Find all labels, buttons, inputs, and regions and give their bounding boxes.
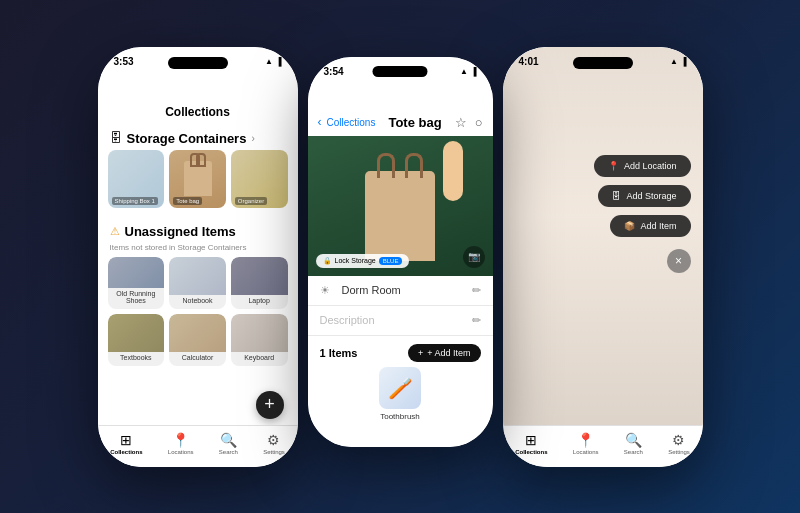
storage-card-label-1: Tote bag — [173, 197, 202, 205]
nav-search[interactable]: 🔍 Search — [219, 432, 238, 455]
nav-search-label: Search — [219, 449, 238, 455]
add-item-right-button[interactable]: 📦 Add Item — [610, 215, 690, 237]
nav-collections-right-icon: ⊞ — [525, 432, 537, 448]
add-storage-button[interactable]: 🗄 Add Storage — [598, 185, 690, 207]
add-location-label: Add Location — [624, 161, 677, 171]
storage-card-0[interactable]: Shipping Box 1 — [108, 150, 165, 208]
tote-image-area: 🔒 Lock Storage BLUE 📷 — [308, 136, 493, 276]
nav-search-right[interactable]: 🔍 Search — [624, 432, 643, 455]
item-card-keyboard[interactable]: Keyboard — [231, 314, 288, 366]
unassigned-section-header: ⚠ Unassigned Items — [98, 218, 298, 243]
item-label-shoes: Old Running Shoes — [108, 288, 165, 304]
unassigned-subtitle: Items not stored in Storage Containers — [98, 243, 298, 257]
nav-collections[interactable]: ⊞ Collections — [110, 432, 142, 455]
toothbrush-label: Toothbrush — [380, 412, 420, 421]
item-img-textbooks — [108, 314, 165, 352]
storage-card-1[interactable]: Tote bag — [169, 150, 226, 208]
storage-card-2[interactable]: Organizer — [231, 150, 288, 208]
room-edit-icon[interactable]: ✏ — [472, 284, 481, 297]
item-label-keyboard: Keyboard — [242, 352, 276, 361]
nav-locations-right-icon: 📍 — [577, 432, 594, 448]
fab-button[interactable]: + — [256, 391, 284, 419]
storage-cards-grid: Shipping Box 1 Tote bag Organizer — [98, 150, 298, 208]
add-item-right-icon: 📦 — [624, 221, 635, 231]
middle-phone: 3:54 ▲ ▐ ‹ Collections Tote bag ☆ ○ — [308, 57, 493, 447]
description-edit-icon[interactable]: ✏ — [472, 314, 481, 327]
nav-search-icon: 🔍 — [220, 432, 237, 448]
collections-header: Collections — [98, 75, 298, 125]
lock-badge-color: BLUE — [379, 257, 403, 265]
room-value: Dorm Room — [342, 284, 464, 296]
item-img-keyboard — [231, 314, 288, 352]
add-storage-label: Add Storage — [626, 191, 676, 201]
add-item-label: + Add Item — [427, 348, 470, 358]
dynamic-island-middle — [373, 66, 428, 77]
right-screen: 4:01 ▲ ▐ 📍 Add Location 🗄 Add Storage 📦 — [503, 47, 703, 467]
time-right: 4:01 — [519, 56, 539, 67]
item-card-laptop[interactable]: Laptop — [231, 257, 288, 309]
item-card-textbooks[interactable]: Textbooks — [108, 314, 165, 366]
description-placeholder: Description — [320, 314, 464, 326]
bottom-nav-left: ⊞ Collections 📍 Locations 🔍 Search ⚙ Set… — [98, 425, 298, 467]
status-icons-middle: ▲ ▐ — [460, 67, 477, 76]
left-phone: 3:53 ▲ ▐ Collections 🗄 Storage Container… — [98, 47, 298, 467]
toothbrush-item[interactable]: 🪥 Toothbrush — [308, 367, 493, 421]
right-actions-container: 📍 Add Location 🗄 Add Storage 📦 Add Item … — [503, 75, 703, 273]
right-phone: 4:01 ▲ ▐ 📍 Add Location 🗄 Add Storage 📦 — [503, 47, 703, 467]
nav-search-right-icon: 🔍 — [625, 432, 642, 448]
add-storage-icon: 🗄 — [612, 191, 621, 201]
item-card-calc[interactable]: Calculator — [169, 314, 226, 366]
item-img-laptop — [231, 257, 288, 295]
items-count-label: 1 Items — [320, 347, 358, 359]
add-item-right-label: Add Item — [640, 221, 676, 231]
items-count-row: 1 Items + + Add Item — [308, 336, 493, 367]
more-action-icon[interactable]: ○ — [475, 115, 483, 130]
items-grid: Old Running Shoes Notebook Laptop Textbo… — [98, 257, 298, 366]
item-img-calc — [169, 314, 226, 352]
storage-chevron-icon[interactable]: › — [251, 133, 254, 144]
status-icons-right: ▲ ▐ — [670, 57, 687, 66]
back-arrow-icon[interactable]: ‹ — [318, 115, 322, 129]
storage-section-icon: 🗄 — [110, 131, 122, 145]
item-label-textbooks: Textbooks — [118, 352, 154, 361]
back-label[interactable]: Collections — [327, 117, 376, 128]
item-label-laptop: Laptop — [246, 295, 271, 304]
add-item-plus-icon: + — [418, 348, 423, 358]
lock-label: Lock Storage — [335, 257, 376, 264]
item-label-calc: Calculator — [180, 352, 216, 361]
nav-settings-right-label: Settings — [668, 449, 690, 455]
item-img-shoes — [108, 257, 165, 288]
nav-settings-right[interactable]: ⚙ Settings — [668, 432, 690, 455]
dynamic-island-right — [573, 57, 633, 69]
star-action-icon[interactable]: ☆ — [455, 115, 467, 130]
storage-section-title[interactable]: Storage Containers — [127, 131, 247, 146]
time-left: 3:53 — [114, 56, 134, 67]
item-card-notebook[interactable]: Notebook — [169, 257, 226, 309]
wifi-icon-right: ▲ — [670, 57, 678, 66]
nav-settings[interactable]: ⚙ Settings — [263, 432, 285, 455]
middle-screen: 3:54 ▲ ▐ ‹ Collections Tote bag ☆ ○ — [308, 57, 493, 447]
close-button[interactable]: × — [667, 249, 691, 273]
room-field[interactable]: ☀ Dorm Room ✏ — [308, 276, 493, 306]
storage-card-label-0: Shipping Box 1 — [112, 197, 158, 205]
nav-collections-right-label: Collections — [515, 449, 547, 455]
description-field[interactable]: Description ✏ — [308, 306, 493, 336]
camera-badge[interactable]: 📷 — [463, 246, 485, 268]
dynamic-island-left — [168, 57, 228, 69]
room-icon: ☀ — [320, 284, 334, 297]
nav-locations[interactable]: 📍 Locations — [168, 432, 194, 455]
nav-search-right-label: Search — [624, 449, 643, 455]
nav-locations-right-label: Locations — [573, 449, 599, 455]
battery-icon-right: ▐ — [681, 57, 687, 66]
nav-locations-right[interactable]: 📍 Locations — [573, 432, 599, 455]
add-location-button[interactable]: 📍 Add Location — [594, 155, 691, 177]
storage-section-header: 🗄 Storage Containers › — [98, 125, 298, 150]
item-card-shoes[interactable]: Old Running Shoes — [108, 257, 165, 309]
nav-collections-right[interactable]: ⊞ Collections — [515, 432, 547, 455]
add-item-button[interactable]: + + Add Item — [408, 344, 481, 362]
wifi-icon: ▲ — [265, 57, 273, 66]
lock-badge[interactable]: 🔒 Lock Storage BLUE — [316, 254, 410, 268]
unassigned-section-title[interactable]: Unassigned Items — [125, 224, 236, 239]
bottom-nav-right: ⊞ Collections 📍 Locations 🔍 Search ⚙ Set… — [503, 425, 703, 467]
wifi-icon-middle: ▲ — [460, 67, 468, 76]
